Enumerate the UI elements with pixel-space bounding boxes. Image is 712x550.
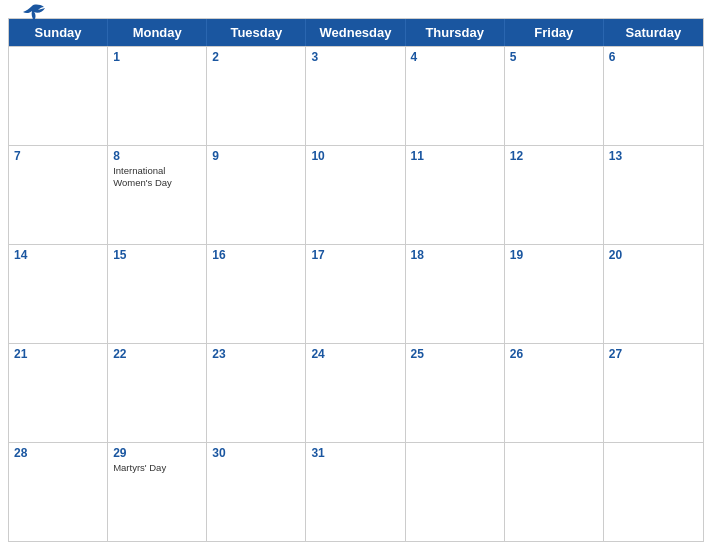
day-cell: 14: [9, 245, 108, 343]
day-cell: 2: [207, 47, 306, 145]
day-number: 18: [411, 248, 499, 262]
day-number: 11: [411, 149, 499, 163]
day-number: 17: [311, 248, 399, 262]
day-cell: 13: [604, 146, 703, 244]
day-number: 23: [212, 347, 300, 361]
day-number: 13: [609, 149, 698, 163]
day-cell: [406, 443, 505, 541]
day-number: 22: [113, 347, 201, 361]
day-number: 14: [14, 248, 102, 262]
day-cell: 29Martyrs' Day: [108, 443, 207, 541]
day-number: 7: [14, 149, 102, 163]
day-header-tuesday: Tuesday: [207, 19, 306, 46]
day-cell: 20: [604, 245, 703, 343]
logo-bird-icon: [18, 4, 46, 24]
day-cell: 23: [207, 344, 306, 442]
day-cell: 7: [9, 146, 108, 244]
day-headers-row: SundayMondayTuesdayWednesdayThursdayFrid…: [9, 19, 703, 46]
day-cell: 22: [108, 344, 207, 442]
day-cell: 17: [306, 245, 405, 343]
day-cell: 25: [406, 344, 505, 442]
day-number: 5: [510, 50, 598, 64]
day-cell: 15: [108, 245, 207, 343]
day-cell: 1: [108, 47, 207, 145]
day-number: 10: [311, 149, 399, 163]
day-number: 1: [113, 50, 201, 64]
day-cell: 27: [604, 344, 703, 442]
day-cell: 19: [505, 245, 604, 343]
day-number: 8: [113, 149, 201, 163]
day-number: 24: [311, 347, 399, 361]
event-label: Martyrs' Day: [113, 462, 201, 474]
day-cell: 31: [306, 443, 405, 541]
day-number: 20: [609, 248, 698, 262]
week-row-1: 123456: [9, 46, 703, 145]
day-cell: 28: [9, 443, 108, 541]
calendar-page: SundayMondayTuesdayWednesdayThursdayFrid…: [0, 0, 712, 550]
day-number: 9: [212, 149, 300, 163]
week-row-5: 2829Martyrs' Day3031: [9, 442, 703, 541]
day-number: 31: [311, 446, 399, 460]
day-cell: 18: [406, 245, 505, 343]
day-cell: 12: [505, 146, 604, 244]
week-row-2: 78International Women's Day910111213: [9, 145, 703, 244]
day-cell: 9: [207, 146, 306, 244]
day-cell: 4: [406, 47, 505, 145]
day-cell: 10: [306, 146, 405, 244]
day-cell: [604, 443, 703, 541]
day-number: 12: [510, 149, 598, 163]
day-header-wednesday: Wednesday: [306, 19, 405, 46]
day-cell: 16: [207, 245, 306, 343]
calendar: SundayMondayTuesdayWednesdayThursdayFrid…: [8, 18, 704, 542]
day-number: 29: [113, 446, 201, 460]
day-cell: 26: [505, 344, 604, 442]
day-number: 25: [411, 347, 499, 361]
day-cell: 6: [604, 47, 703, 145]
day-cell: 21: [9, 344, 108, 442]
day-number: 19: [510, 248, 598, 262]
day-cell: [9, 47, 108, 145]
day-cell: 8International Women's Day: [108, 146, 207, 244]
day-cell: 30: [207, 443, 306, 541]
day-cell: 11: [406, 146, 505, 244]
day-number: 6: [609, 50, 698, 64]
day-header-monday: Monday: [108, 19, 207, 46]
day-number: 3: [311, 50, 399, 64]
day-number: 15: [113, 248, 201, 262]
day-header-thursday: Thursday: [406, 19, 505, 46]
header: [0, 0, 712, 14]
day-cell: 24: [306, 344, 405, 442]
day-number: 16: [212, 248, 300, 262]
day-cell: [505, 443, 604, 541]
day-cell: 3: [306, 47, 405, 145]
day-number: 4: [411, 50, 499, 64]
day-number: 21: [14, 347, 102, 361]
day-number: 27: [609, 347, 698, 361]
logo: [16, 8, 46, 24]
day-number: 30: [212, 446, 300, 460]
day-header-saturday: Saturday: [604, 19, 703, 46]
weeks-container: 12345678International Women's Day9101112…: [9, 46, 703, 541]
day-number: 28: [14, 446, 102, 460]
day-number: 26: [510, 347, 598, 361]
event-label: International Women's Day: [113, 165, 201, 190]
day-header-friday: Friday: [505, 19, 604, 46]
week-row-3: 14151617181920: [9, 244, 703, 343]
day-cell: 5: [505, 47, 604, 145]
day-number: 2: [212, 50, 300, 64]
week-row-4: 21222324252627: [9, 343, 703, 442]
